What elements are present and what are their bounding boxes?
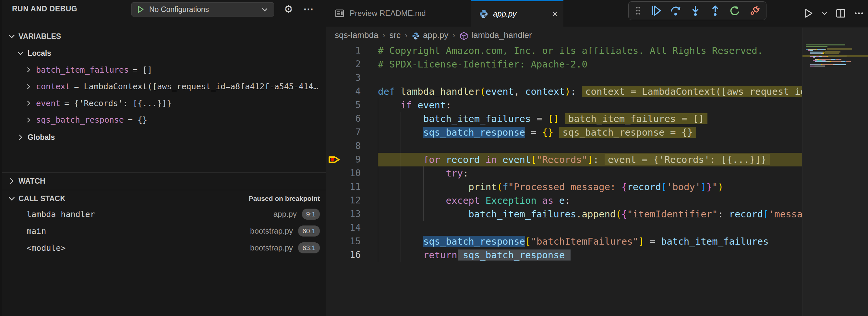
sidebar-header: RUN AND DEBUG No Configurations ⚙ ⋯: [2, 0, 326, 18]
line-number[interactable]: 2: [326, 57, 361, 71]
code-text: for record in event["Records"]:event = {…: [378, 153, 770, 166]
chevron-down-icon: [7, 194, 16, 203]
variable-row[interactable]: context= LambdaContext([aws_request_id=a…: [2, 79, 326, 94]
variable-row[interactable]: batch_item_failures= []: [2, 62, 326, 77]
run-and-debug-panel: RUN AND DEBUG No Configurations ⚙ ⋯ VARI…: [0, 0, 326, 316]
line-number[interactable]: 12: [326, 194, 361, 207]
close-icon[interactable]: ×: [552, 9, 558, 20]
variable-value: = {}: [128, 115, 326, 125]
chevron-right-icon: [25, 83, 32, 90]
line-number[interactable]: 8: [326, 139, 361, 153]
gear-icon[interactable]: ⚙: [284, 3, 293, 15]
tab-app-py[interactable]: app.py ×: [471, 0, 563, 27]
python-icon: [412, 32, 420, 40]
code-line[interactable]: 8: [326, 139, 802, 153]
frame-file: bootstrap.py: [250, 243, 293, 252]
line-number[interactable]: 14: [326, 221, 361, 234]
frame-name: lambda_handler: [27, 210, 273, 219]
watch-section-header[interactable]: WATCH: [2, 175, 326, 188]
breadcrumb-separator: ›: [382, 31, 385, 40]
code-line[interactable]: 2# SPDX-License-Identifier: Apache-2.0: [326, 57, 802, 71]
code-line[interactable]: 10 try:: [326, 166, 802, 180]
tab-preview-readme[interactable]: Preview README.md: [326, 0, 471, 27]
line-number[interactable]: 15: [326, 234, 361, 248]
run-icon[interactable]: [803, 8, 813, 19]
line-number[interactable]: 1: [326, 44, 361, 57]
call-stack-frame[interactable]: lambda_handlerapp.py9:1: [2, 206, 326, 222]
inline-debug-value: sqs_batch_response = {}: [559, 127, 696, 138]
variable-row[interactable]: sqs_batch_response= {}: [2, 113, 326, 127]
frame-file: app.py: [273, 210, 297, 219]
step-out-icon[interactable]: [710, 5, 721, 16]
breadcrumb-separator: ›: [405, 31, 407, 40]
code-line[interactable]: 7 sqs_batch_response = {}sqs_batch_respo…: [326, 126, 802, 139]
code-line[interactable]: 5 if event:: [326, 98, 802, 112]
section-label: CALL STACK: [19, 194, 65, 203]
line-number[interactable]: 7: [326, 126, 361, 139]
section-label: WATCH: [19, 177, 45, 186]
inline-debug-value: context = LambdaContext([aws_request_id=…: [582, 86, 802, 97]
frame-file: bootstrap.py: [250, 226, 293, 235]
breadcrumb-folder[interactable]: sqs-lambda: [335, 30, 378, 40]
step-into-icon[interactable]: [690, 5, 701, 16]
chevron-right-icon: [25, 100, 32, 107]
code-text: except Exception as e:: [378, 194, 570, 207]
code-editor[interactable]: 1# Copyright Amazon.com, Inc. or its aff…: [326, 44, 802, 271]
tab-label: Preview README.md: [350, 9, 426, 18]
breadcrumb-file[interactable]: app.py: [423, 30, 448, 40]
code-line[interactable]: 3: [326, 71, 802, 85]
code-line[interactable]: 15 sqs_batch_response["batchItemFailures…: [326, 234, 802, 248]
line-number[interactable]: 6: [326, 112, 361, 126]
code-text: sqs_batch_response["batchItemFailures"] …: [378, 234, 769, 248]
restart-icon[interactable]: [730, 5, 741, 16]
code-line[interactable]: 16 return sqs_batch_response: [326, 248, 802, 262]
disconnect-icon[interactable]: [749, 5, 760, 16]
line-number[interactable]: 10: [326, 166, 361, 180]
scope-locals[interactable]: Locals: [2, 48, 326, 59]
code-line[interactable]: 14: [326, 221, 802, 234]
minimap[interactable]: [802, 28, 868, 316]
call-stack-frame[interactable]: <module>bootstrap.py63:1: [2, 240, 326, 256]
code-line[interactable]: 1# Copyright Amazon.com, Inc. or its aff…: [326, 44, 802, 57]
code-line[interactable]: 9 for record in event["Records"]:event =…: [326, 153, 802, 166]
continue-icon[interactable]: [650, 5, 661, 16]
panel-title: RUN AND DEBUG: [12, 4, 77, 13]
variable-value: = LambdaContext([aws_request_id=a8fa412f…: [74, 82, 326, 91]
line-number[interactable]: 4: [326, 85, 361, 98]
code-line[interactable]: 11 print(f"Processed message: {record['b…: [326, 180, 802, 194]
variable-name: context: [36, 82, 70, 91]
call-stack-section-header[interactable]: CALL STACK Paused on breakpoint: [2, 192, 326, 205]
code-line[interactable]: 13 batch_item_failures.append({"itemIden…: [326, 207, 802, 221]
scope-globals[interactable]: Globals: [2, 131, 326, 143]
code-line[interactable]: 4def lambda_handler(event, context):cont…: [326, 85, 802, 98]
debug-configuration-dropdown[interactable]: No Configurations: [131, 2, 274, 17]
breakpoint-current-line-icon[interactable]: [328, 154, 341, 165]
line-number[interactable]: 11: [326, 180, 361, 194]
code-text: def lambda_handler(event, context):conte…: [378, 85, 802, 98]
split-editor-icon[interactable]: [836, 8, 846, 19]
code-line[interactable]: 12 except Exception as e:: [326, 194, 802, 207]
line-number[interactable]: 5: [326, 98, 361, 112]
variable-name: sqs_batch_response: [36, 115, 124, 125]
call-stack-frame[interactable]: mainbootstrap.py60:1: [2, 223, 326, 239]
variables-section-header[interactable]: VARIABLES: [2, 31, 326, 42]
line-number[interactable]: 3: [326, 71, 361, 85]
code-line[interactable]: 6 batch_item_failures = []batch_item_fai…: [326, 112, 802, 126]
line-number[interactable]: 16: [326, 248, 361, 262]
start-debug-icon[interactable]: [136, 5, 145, 13]
scope-label: Globals: [28, 133, 55, 142]
more-actions-icon[interactable]: [854, 8, 864, 19]
breadcrumb-folder[interactable]: src: [389, 30, 401, 40]
line-number[interactable]: 13: [326, 207, 361, 221]
step-over-icon[interactable]: [670, 5, 681, 16]
editor-actions: [803, 0, 864, 27]
toolbar-drag-grip[interactable]: [634, 6, 642, 15]
more-actions-icon[interactable]: ⋯: [303, 3, 314, 15]
chevron-right-icon: [17, 133, 24, 141]
debug-configuration-label: No Configurations: [149, 5, 261, 14]
breadcrumb-symbol[interactable]: lambda_handler: [471, 30, 532, 40]
run-dropdown-chevron-icon[interactable]: [821, 10, 828, 17]
variable-row[interactable]: event= {'Records': [{...}]}: [2, 96, 326, 110]
code-text: batch_item_failures.append({"itemIdentif…: [378, 207, 802, 221]
section-divider: [2, 172, 326, 172]
